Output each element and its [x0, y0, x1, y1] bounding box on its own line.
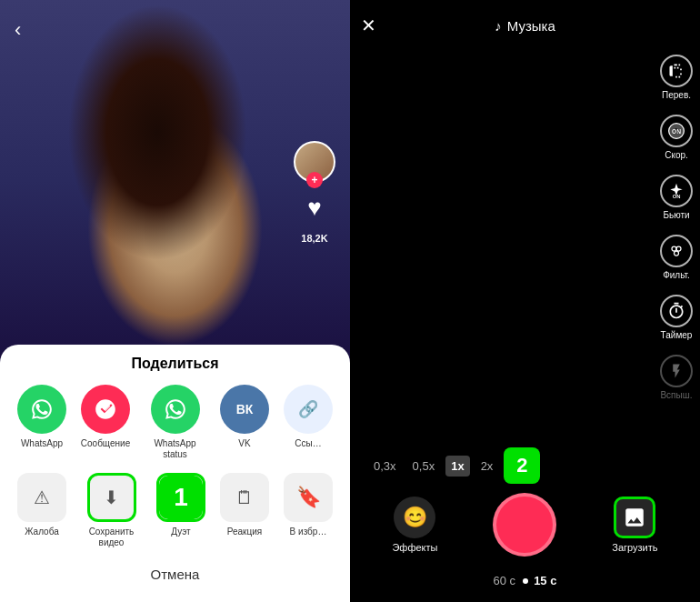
avatar[interactable]: +: [294, 141, 335, 183]
flash-icon: [660, 355, 693, 387]
reaction-icon: 🗒: [235, 487, 254, 508]
svg-point-5: [675, 251, 679, 256]
beauty-icon: ON: [660, 175, 693, 207]
profile-sidebar: + ♥ 18,2K: [294, 141, 335, 244]
action-save[interactable]: ⬇ Сохранить видео: [78, 473, 145, 548]
share-item-whatsapp2[interactable]: WhatsApp status: [142, 385, 208, 460]
filter-icon: [660, 235, 693, 267]
dur-15s[interactable]: 15 с: [534, 574, 556, 587]
reaction-label: Реакция: [227, 527, 262, 537]
right-toolbar: Перев. ON Скор. ON Бьюти Фильт.: [660, 55, 693, 400]
flip-label: Перев.: [662, 90, 691, 100]
duration-controls: 60 с 15 с: [350, 574, 700, 587]
report-icon-box: ⚠: [17, 473, 66, 522]
speed-0.5x[interactable]: 0,5x: [407, 456, 441, 477]
speed-number-2-button[interactable]: 2: [504, 447, 540, 484]
action-duet[interactable]: 1 Дуэт: [154, 473, 208, 548]
link-label: Ссы…: [295, 438, 321, 449]
link-icon: 🔗: [284, 385, 333, 434]
likes-count: 18,2K: [301, 233, 327, 244]
save-icon-box: ⬇: [87, 473, 136, 522]
active-duration-dot: [523, 578, 528, 584]
effects-button[interactable]: 😊 Эффекты: [392, 497, 437, 553]
message-label: Сообщение: [81, 438, 130, 449]
share-item-whatsapp1[interactable]: WhatsApp: [15, 385, 69, 460]
share-item-message[interactable]: Сообщение: [78, 385, 133, 460]
speed-icon: ON: [660, 115, 693, 147]
duet-icon-box: 1: [156, 473, 205, 522]
share-title: Поделиться: [15, 356, 335, 372]
left-panel: ‹ + ♥ 18,2K Поделиться WhatsApp Сообщени…: [0, 0, 350, 602]
back-button[interactable]: ‹: [15, 18, 21, 42]
svg-point-3: [672, 246, 676, 251]
action-report[interactable]: ⚠ Жалоба: [15, 473, 69, 548]
dur-60s[interactable]: 60 с: [494, 574, 516, 587]
right-header: ✕ ♪ Музыка: [350, 0, 700, 44]
speed-selector: 0,3x 0,5x 1x 2x 2: [368, 447, 645, 484]
flash-label: Вспыш.: [660, 390, 692, 400]
right-panel: ✕ ♪ Музыка Перев. ON Скор. ON Бьюти: [350, 0, 700, 602]
tool-beauty[interactable]: ON Бьюти: [660, 175, 693, 220]
report-label: Жалоба: [25, 527, 58, 537]
share-sheet: Поделиться WhatsApp Сообщение WhatsApp s…: [0, 345, 350, 602]
upload-button[interactable]: Загрузить: [612, 497, 657, 553]
beauty-label: Бьюти: [663, 210, 689, 220]
svg-text:ON: ON: [672, 128, 681, 135]
tool-flash[interactable]: Вспыш.: [660, 355, 693, 400]
follow-badge[interactable]: +: [306, 172, 323, 188]
svg-text:ON: ON: [673, 194, 681, 199]
speed-2x[interactable]: 2x: [475, 456, 499, 477]
tool-timer[interactable]: Таймер: [660, 295, 693, 340]
record-button[interactable]: [493, 493, 556, 557]
action-fav[interactable]: 🔖 В избр…: [281, 473, 335, 548]
timer-icon: [660, 295, 693, 327]
message-icon: [81, 385, 130, 434]
speed-0.3x[interactable]: 0,3x: [368, 456, 402, 477]
bottom-controls: 😊 Эффекты Загрузить: [350, 493, 700, 557]
close-button[interactable]: ✕: [361, 15, 388, 36]
tool-flip[interactable]: Перев.: [660, 55, 693, 100]
report-icon: ⚠: [34, 487, 50, 508]
share-icons-row: WhatsApp Сообщение WhatsApp status ВК VK…: [15, 385, 335, 460]
save-label: Сохранить видео: [78, 527, 145, 548]
music-note-icon: ♪: [495, 18, 502, 34]
duet-number-badge: 1: [159, 476, 203, 519]
whatsapp2-icon: [151, 385, 200, 434]
action-row: ⚠ Жалоба ⬇ Сохранить видео 1 Дуэт: [15, 473, 335, 548]
reaction-icon-box: 🗒: [220, 473, 269, 522]
flip-icon: [660, 55, 693, 87]
speed-label: Скор.: [665, 150, 688, 160]
fav-icon: 🔖: [296, 486, 321, 509]
music-text: Музыка: [507, 18, 555, 34]
save-icon: ⬇: [104, 487, 119, 508]
tool-speed[interactable]: ON Скор.: [660, 115, 693, 160]
whatsapp1-icon: [17, 385, 66, 434]
vk-icon: ВК: [220, 385, 269, 434]
vk-label: VK: [238, 438, 250, 449]
fav-icon-box: 🔖: [284, 473, 333, 522]
share-item-vk[interactable]: ВК VK: [217, 385, 272, 460]
whatsapp1-label: WhatsApp: [21, 438, 63, 449]
filter-label: Фильт.: [663, 270, 690, 280]
timer-label: Таймер: [661, 330, 693, 340]
svg-point-4: [676, 246, 681, 251]
share-item-link[interactable]: 🔗 Ссы…: [281, 385, 335, 460]
heart-icon: ♥: [307, 194, 321, 222]
effects-label: Эффекты: [392, 542, 437, 553]
fav-label: В избр…: [290, 527, 327, 537]
action-reaction[interactable]: 🗒 Реакция: [217, 473, 272, 548]
music-label: ♪ Музыка: [495, 18, 555, 34]
effects-icon: 😊: [394, 497, 435, 538]
cancel-button[interactable]: Отмена: [15, 561, 335, 587]
upload-icon-box: [614, 497, 655, 538]
speed-1x[interactable]: 1x: [445, 456, 469, 477]
tool-filter[interactable]: Фильт.: [660, 235, 693, 280]
whatsapp2-label: WhatsApp status: [142, 438, 208, 460]
upload-label: Загрузить: [612, 542, 657, 553]
duet-label: Дуэт: [171, 527, 190, 537]
